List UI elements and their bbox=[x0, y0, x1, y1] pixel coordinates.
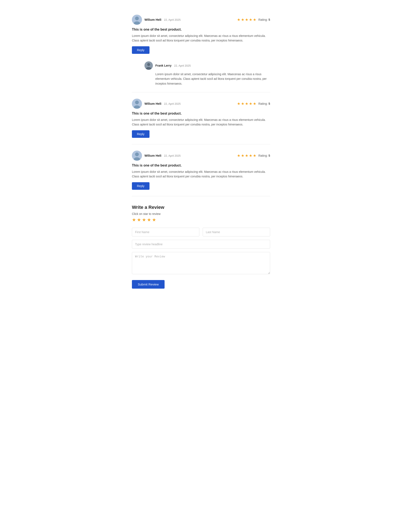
star-3-1[interactable]: ★ bbox=[237, 153, 240, 158]
star-3-2[interactable]: ★ bbox=[241, 153, 244, 158]
svg-point-7 bbox=[135, 101, 139, 104]
star-3-5[interactable]: ★ bbox=[253, 153, 256, 158]
reply-header-1: Frank Lerry 22, April 2025 bbox=[144, 61, 270, 70]
reply-button-2[interactable]: Reply bbox=[132, 130, 150, 138]
reviewer-info-2: Wilium Heli 22, April 2025 bbox=[132, 99, 181, 109]
review-title-1: This is one of the best product. bbox=[132, 28, 270, 32]
review-date-2: 22, April 2025 bbox=[164, 102, 181, 105]
page-container: Wilium Heli 22, April 2025 ★ ★ ★ ★ ★ Rat… bbox=[121, 8, 281, 293]
review-text-3: Lorem ipsum dolor sit amet, consectetur … bbox=[132, 170, 270, 179]
review-title-2: This is one of the best product. bbox=[132, 112, 270, 115]
rating-section-2: ★ ★ ★ ★ ★ Rating: 5 bbox=[237, 101, 270, 106]
review-title-3: This is one of the best product. bbox=[132, 164, 270, 167]
review-card-3: Wilium Heli 22, April 2025 ★ ★ ★ ★ ★ Rat… bbox=[132, 144, 270, 196]
reviewer-name-2: Wilium Heli bbox=[144, 102, 161, 105]
reviewer-name-1: Wilium Heli bbox=[144, 18, 161, 21]
last-name-input[interactable] bbox=[203, 228, 270, 236]
svg-point-1 bbox=[135, 17, 139, 20]
review-stars: ★ ★ ★ ★ ★ bbox=[132, 217, 270, 223]
stars-1: ★ ★ ★ ★ ★ bbox=[237, 17, 256, 22]
review-star-3[interactable]: ★ bbox=[142, 217, 146, 223]
star-1-5[interactable]: ★ bbox=[253, 17, 256, 22]
rating-value-2: 5 bbox=[268, 102, 270, 105]
star-1-1[interactable]: ★ bbox=[237, 17, 240, 22]
review-textarea[interactable] bbox=[132, 252, 270, 274]
name-row bbox=[132, 228, 270, 236]
star-1-3[interactable]: ★ bbox=[245, 17, 248, 22]
reviewer-name-date-1: Wilium Heli 22, April 2025 bbox=[144, 18, 181, 22]
review-header-1: Wilium Heli 22, April 2025 ★ ★ ★ ★ ★ Rat… bbox=[132, 15, 270, 25]
first-name-field bbox=[132, 228, 199, 236]
review-star-4[interactable]: ★ bbox=[147, 217, 151, 223]
review-text-2: Lorem ipsum dolor sit amet, consectetur … bbox=[132, 118, 270, 127]
svg-point-10 bbox=[135, 152, 139, 156]
reviewer-name-date-2: Wilium Heli 22, April 2025 bbox=[144, 102, 181, 106]
reply-name-1: Frank Lerry bbox=[155, 64, 171, 67]
rating-label-3: Rating: 5 bbox=[258, 154, 270, 157]
avatar-3 bbox=[132, 151, 142, 161]
review-header-2: Wilium Heli 22, April 2025 ★ ★ ★ ★ ★ Rat… bbox=[132, 99, 270, 109]
star-2-2[interactable]: ★ bbox=[241, 101, 244, 106]
review-star-1[interactable]: ★ bbox=[132, 217, 136, 223]
reply-date-1: 22, April 2025 bbox=[174, 64, 191, 67]
review-star-5[interactable]: ★ bbox=[152, 217, 156, 223]
review-card-1: Wilium Heli 22, April 2025 ★ ★ ★ ★ ★ Rat… bbox=[132, 8, 270, 92]
reply-section-1: Frank Lerry 22, April 2025 Lorem ipsum d… bbox=[144, 58, 270, 86]
star-2-4[interactable]: ★ bbox=[249, 101, 252, 106]
reviewer-info-1: Wilium Heli 22, April 2025 bbox=[132, 15, 181, 25]
stars-2: ★ ★ ★ ★ ★ bbox=[237, 101, 256, 106]
reply-button-3[interactable]: Reply bbox=[132, 182, 150, 190]
reviewer-info-3: Wilium Heli 22, April 2025 bbox=[132, 151, 181, 161]
star-1-2[interactable]: ★ bbox=[241, 17, 244, 22]
svg-point-4 bbox=[147, 63, 150, 66]
write-review-title: Write a Review bbox=[132, 205, 270, 210]
reviewer-name-3: Wilium Heli bbox=[144, 154, 161, 157]
reply-avatar-1 bbox=[144, 61, 153, 70]
star-3-4[interactable]: ★ bbox=[249, 153, 252, 158]
review-date-3: 22, April 2025 bbox=[164, 154, 181, 157]
rating-section-1: ★ ★ ★ ★ ★ Rating: 5 bbox=[237, 17, 270, 22]
review-star-2[interactable]: ★ bbox=[137, 217, 141, 223]
reply-text-1: Lorem ipsum dolor sit amet, consectetur … bbox=[155, 72, 270, 86]
star-1-4[interactable]: ★ bbox=[249, 17, 252, 22]
review-card-2: Wilium Heli 22, April 2025 ★ ★ ★ ★ ★ Rat… bbox=[132, 92, 270, 144]
rating-value-3: 5 bbox=[268, 154, 270, 157]
star-2-3[interactable]: ★ bbox=[245, 101, 248, 106]
reply-name-date-1: Frank Lerry 22, April 2025 bbox=[155, 64, 191, 67]
reviewer-name-date-3: Wilium Heli 22, April 2025 bbox=[144, 154, 181, 158]
write-review-section: Write a Review Click on star to review ★… bbox=[132, 196, 270, 293]
rating-value-1: 5 bbox=[268, 18, 270, 21]
review-date-1: 22, April 2025 bbox=[164, 18, 181, 21]
submit-review-button[interactable]: Submit Review bbox=[132, 280, 164, 289]
review-text-1: Lorem ipsum dolor sit amet, consectetur … bbox=[132, 33, 270, 43]
star-instruction: Click on star to review bbox=[132, 212, 270, 215]
reply-button-1[interactable]: Reply bbox=[132, 46, 150, 54]
rating-section-3: ★ ★ ★ ★ ★ Rating: 5 bbox=[237, 153, 270, 158]
headline-input[interactable] bbox=[132, 240, 270, 249]
stars-3: ★ ★ ★ ★ ★ bbox=[237, 153, 256, 158]
star-3-3[interactable]: ★ bbox=[245, 153, 248, 158]
review-header-3: Wilium Heli 22, April 2025 ★ ★ ★ ★ ★ Rat… bbox=[132, 151, 270, 161]
last-name-field bbox=[203, 228, 270, 236]
rating-label-1: Rating: 5 bbox=[258, 18, 270, 21]
rating-label-2: Rating: 5 bbox=[258, 102, 270, 105]
first-name-input[interactable] bbox=[132, 228, 199, 236]
star-2-5[interactable]: ★ bbox=[253, 101, 256, 106]
avatar-2 bbox=[132, 99, 142, 109]
star-2-1[interactable]: ★ bbox=[237, 101, 240, 106]
avatar-1 bbox=[132, 15, 142, 25]
